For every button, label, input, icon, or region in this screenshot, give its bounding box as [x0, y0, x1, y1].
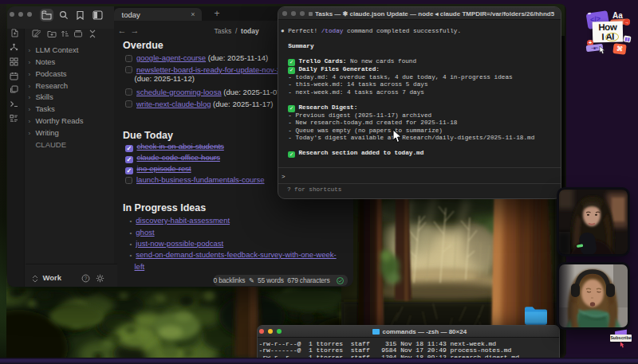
- svg-text:?: ?: [84, 276, 87, 281]
